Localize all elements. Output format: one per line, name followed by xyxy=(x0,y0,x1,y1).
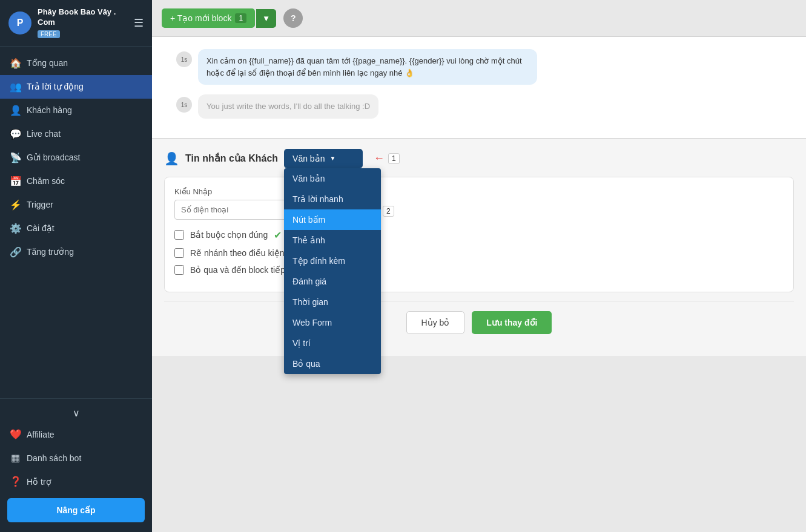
nav-label-cai-dat: Cài đặt xyxy=(27,223,55,233)
sidebar-item-cham-soc[interactable]: 📅 Chăm sóc xyxy=(0,169,152,193)
message-bubble: Xin cảm ơn {{full_name}} đã quan tâm tới… xyxy=(198,49,537,85)
brand-name: Phây Book Bao Vây . Com xyxy=(38,7,128,28)
trigger-icon: ⚡ xyxy=(10,199,21,211)
nav-label-trigger: Trigger xyxy=(27,200,53,209)
bo-qua-checkbox[interactable] xyxy=(174,265,184,275)
growth-icon: 🔗 xyxy=(10,246,21,258)
check-icon: ✔ xyxy=(274,229,282,241)
broadcast-icon: 📡 xyxy=(10,152,21,163)
main-header: + Tạo mới block 1 ▼ ? xyxy=(152,0,806,37)
message-row: 1s Xin cảm ơn {{full_name}} đã quan tâm … xyxy=(176,49,782,85)
dropdown-option-tep-dinh-kem[interactable]: Tệp đính kèm xyxy=(284,251,381,271)
dropdown-option-vi-tri[interactable]: Vị trí xyxy=(284,333,381,353)
section-header: 👤 Tin nhắn của Khách Văn bản ▼ Văn bản T… xyxy=(164,149,794,168)
dropdown-option-thoi-gian[interactable]: Thời gian xyxy=(284,292,381,312)
message-time: 1s xyxy=(176,51,192,67)
nav-label-khach-hang: Khách hàng xyxy=(27,105,72,115)
create-block-label: + Tạo mới block xyxy=(170,13,231,23)
action-buttons: Hủy bỏ Lưu thay đổi xyxy=(164,301,794,344)
bot-list-icon: ▦ xyxy=(10,452,21,464)
message-row: 1s You just write the words, I'll do all… xyxy=(176,94,782,119)
dropdown-option-bo-qua[interactable]: Bỏ qua xyxy=(284,353,381,374)
create-block-button[interactable]: + Tạo mới block 1 xyxy=(162,8,255,28)
sidebar-item-tong-quan[interactable]: 🏠 Tổng quan xyxy=(0,51,152,75)
sidebar-bottom: ∨ ❤️ Affiliate ▦ Danh sách bot ❓ Hỗ trợ … xyxy=(0,398,152,532)
nav-label-cham-soc: Chăm sóc xyxy=(27,176,65,186)
nav-label-affiliate: Affiliate xyxy=(27,430,55,439)
bat-buoc-label: Bắt buộc chọn đúng xyxy=(190,230,268,240)
sidebar-nav: 🏠 Tổng quan 👥 Trả lời tự động 👤 Khách hà… xyxy=(0,47,152,398)
sidebar-item-danh-sach-bot[interactable]: ▦ Danh sách bot xyxy=(0,446,152,470)
create-block-dropdown-arrow[interactable]: ▼ xyxy=(256,9,276,28)
auto-reply-icon: 👥 xyxy=(10,81,21,93)
form-card: Kiểu Nhập ← 2 Bắt buộc chọn đúng ✔ xyxy=(164,177,794,292)
bat-buoc-checkbox-row: Bắt buộc chọn đúng ✔ xyxy=(174,229,784,241)
nav-label-ho-tro: Hỗ trợ xyxy=(27,477,51,487)
sidebar-item-live-chat[interactable]: 💬 Live chat xyxy=(0,122,152,146)
re-nhanh-checkbox-row: Rẽ nhánh theo điều kiện </> xyxy=(174,248,784,258)
bat-buoc-checkbox[interactable] xyxy=(174,230,184,240)
bottom-panel: 👤 Tin nhắn của Khách Văn bản ▼ Văn bản T… xyxy=(152,139,806,356)
section-title: Tin nhắn của Khách xyxy=(185,153,278,164)
dropdown-option-nut-bam[interactable]: Nút bấm xyxy=(284,209,381,230)
bo-qua-checkbox-row: Bỏ qua và đến block tiếp theo ⏭ xyxy=(174,265,784,275)
sidebar-item-tang-truong[interactable]: 🔗 Tăng trưởng xyxy=(0,240,152,264)
help-button[interactable]: ? xyxy=(283,8,303,28)
red-arrow-1-icon: ← xyxy=(374,152,385,165)
cancel-button[interactable]: Hủy bỏ xyxy=(406,311,465,334)
sidebar-item-cai-dat[interactable]: ⚙️ Cài đặt xyxy=(0,217,152,240)
chat-icon: 💬 xyxy=(10,128,21,140)
dropdown-menu: Văn bản Trả lời nhanh Nút bấm Thẻ ảnh Tệ… xyxy=(284,168,381,374)
sidebar-brand: Phây Book Bao Vây . Com FREE xyxy=(38,7,128,39)
arrow-annotation-1: ← 1 xyxy=(374,152,400,165)
free-badge: FREE xyxy=(38,30,60,38)
collapse-button[interactable]: ∨ xyxy=(0,404,152,422)
dropdown-arrow-icon: ▼ xyxy=(329,155,335,162)
message-time: 1s xyxy=(176,97,192,113)
nav-label-gui-broadcast: Gửi broadcast xyxy=(27,153,80,162)
dropdown-button[interactable]: Văn bản ▼ xyxy=(284,149,363,168)
sidebar-item-gui-broadcast[interactable]: 📡 Gửi broadcast xyxy=(0,146,152,169)
re-nhanh-checkbox[interactable] xyxy=(174,248,184,258)
arrow-number-2: 2 xyxy=(383,206,394,217)
dropdown-option-the-anh[interactable]: Thẻ ảnh xyxy=(284,230,381,251)
care-icon: 📅 xyxy=(10,176,21,187)
sidebar-logo: P xyxy=(8,11,31,34)
affiliate-icon: ❤️ xyxy=(10,429,21,440)
re-nhanh-label: Rẽ nhánh theo điều kiện xyxy=(190,248,284,258)
message-bubble-light: You just write the words, I'll do all th… xyxy=(198,94,378,119)
nav-label-live-chat: Live chat xyxy=(27,129,61,139)
sidebar-item-trigger[interactable]: ⚡ Trigger xyxy=(0,193,152,217)
chevron-down-icon: ∨ xyxy=(73,407,80,419)
nav-label-tong-quan: Tổng quan xyxy=(27,58,68,68)
settings-icon: ⚙️ xyxy=(10,223,21,234)
dropdown-option-danh-gia[interactable]: Đánh giá xyxy=(284,271,381,292)
person-icon: 👤 xyxy=(164,151,179,166)
save-button[interactable]: Lưu thay đổi xyxy=(472,311,552,334)
dropdown-option-web-form[interactable]: Web Form xyxy=(284,312,381,333)
create-block-badge: 1 xyxy=(235,13,246,23)
dropdown-selected-label: Văn bản xyxy=(292,154,325,163)
customer-icon: 👤 xyxy=(10,105,21,116)
nav-label-danh-sach-bot: Danh sách bot xyxy=(27,453,81,463)
sidebar: P Phây Book Bao Vây . Com FREE ☰ 🏠 Tổng … xyxy=(0,0,152,532)
home-icon: 🏠 xyxy=(10,57,21,69)
upgrade-button[interactable]: Nâng cấp xyxy=(7,498,145,522)
sidebar-header: P Phây Book Bao Vây . Com FREE ☰ xyxy=(0,0,152,47)
sidebar-item-tra-loi-tu-dong[interactable]: 👥 Trả lời tự động xyxy=(0,75,152,99)
message-type-dropdown[interactable]: Văn bản ▼ Văn bản Trả lời nhanh Nút bấm … xyxy=(284,149,363,168)
nav-label-tang-truong: Tăng trưởng xyxy=(27,247,74,257)
hamburger-icon[interactable]: ☰ xyxy=(134,16,144,30)
dropdown-option-tra-loi-nhanh[interactable]: Trả lời nhanh xyxy=(284,189,381,209)
main-content: + Tạo mới block 1 ▼ ? 1s Xin cảm ơn {{fu… xyxy=(152,0,806,532)
arrow-number-1: 1 xyxy=(388,153,400,164)
support-icon: ❓ xyxy=(10,476,21,487)
sidebar-item-affiliate[interactable]: ❤️ Affiliate xyxy=(0,422,152,446)
sidebar-item-ho-tro[interactable]: ❓ Hỗ trợ xyxy=(0,470,152,493)
sidebar-item-khach-hang[interactable]: 👤 Khách hàng xyxy=(0,99,152,122)
dropdown-option-van-ban[interactable]: Văn bản xyxy=(284,168,381,189)
help-icon: ? xyxy=(291,13,296,23)
nav-label-tra-loi-tu-dong: Trả lời tự động xyxy=(27,82,84,91)
